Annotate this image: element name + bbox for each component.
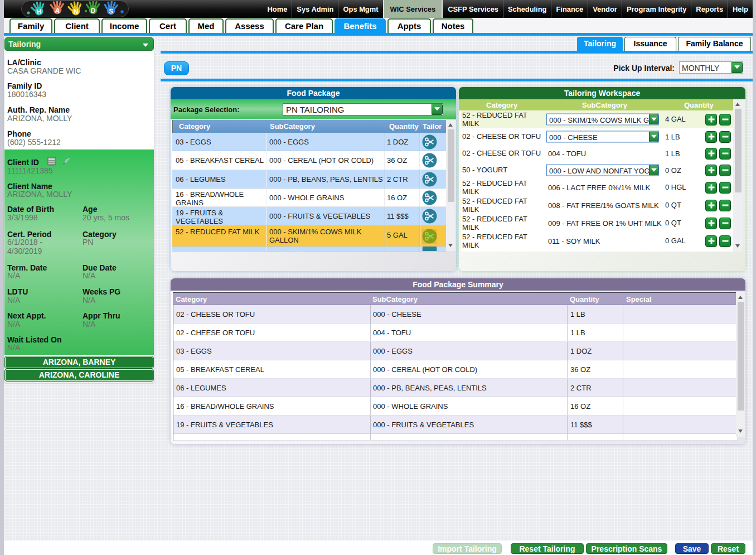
svg-text:A: A (55, 7, 60, 15)
svg-text:D: D (90, 7, 96, 15)
svg-text:N: N (74, 8, 79, 16)
